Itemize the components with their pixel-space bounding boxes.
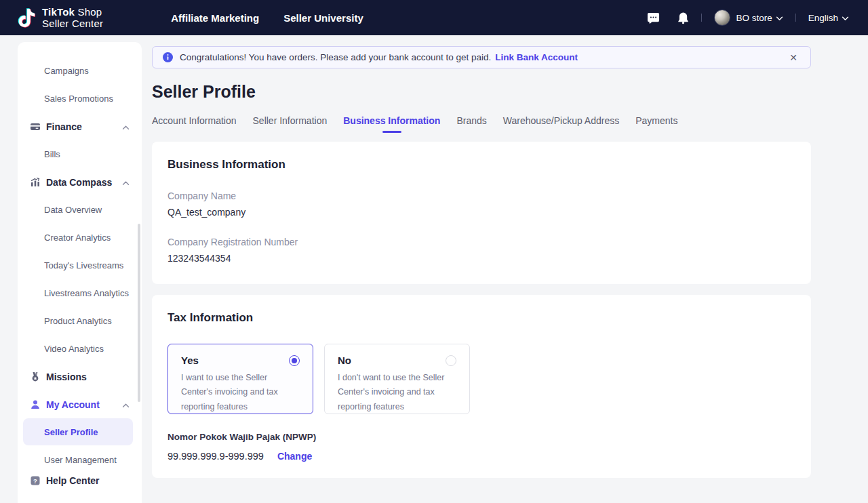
tax-information-card: Tax Information Yes I want to use the Se… [152, 295, 811, 478]
profile-tabs: Account Information Seller Information B… [152, 115, 811, 133]
chat-icon[interactable] [647, 12, 660, 24]
sidebar-item-label: Bills [44, 149, 60, 159]
sidebar-item-data-overview[interactable]: Data Overview [18, 196, 142, 224]
sidebar-item-label: My Account [46, 399, 100, 410]
svg-text:?: ? [33, 477, 37, 484]
topbar-divider [795, 14, 796, 22]
tab-brands[interactable]: Brands [456, 115, 486, 133]
top-navbar: TikTok Shop Seller Center Affiliate Mark… [0, 0, 868, 35]
store-name: BO store [736, 13, 772, 23]
link-bank-account-link[interactable]: Link Bank Account [495, 52, 578, 62]
sidebar-item-label: Seller Profile [44, 427, 98, 437]
sidebar-item-seller-profile[interactable]: Seller Profile [23, 418, 133, 445]
sidebar-item-video-analytics[interactable]: Video Analytics [18, 335, 142, 363]
sidebar-item-label: User Management [44, 455, 117, 465]
chevron-down-icon [842, 12, 849, 24]
bar-chart-icon [30, 177, 41, 188]
business-information-card: Business Information Company Name QA_tes… [152, 142, 811, 284]
company-name-value: QA_test_company [167, 207, 795, 218]
sidebar-item-label: Data Compass [46, 177, 112, 188]
sidebar-item-livestreams-analytics[interactable]: Livestreams Analytics [18, 279, 142, 307]
sidebar-item-todays-livestreams[interactable]: Today's Livestreams [18, 252, 142, 279]
close-icon[interactable]: ✕ [787, 51, 800, 64]
language-selector[interactable]: English [808, 12, 849, 24]
top-nav-links: Affiliate Marketing Seller University [171, 12, 363, 24]
tab-warehouse-pickup-address[interactable]: Warehouse/Pickup Address [503, 115, 619, 133]
tab-account-information[interactable]: Account Information [152, 115, 237, 133]
sidebar-item-campaigns[interactable]: Campaigns [18, 57, 142, 85]
sidebar-item-my-account[interactable]: My Account [18, 390, 142, 418]
info-icon [163, 52, 173, 62]
sidebar-item-label: Sales Promotions [44, 94, 113, 104]
tiktok-logo-icon [18, 8, 36, 28]
sidebar-item-label: Creator Analytics [44, 233, 111, 243]
store-switcher[interactable]: BO store [714, 9, 783, 26]
sidebar-item-bills[interactable]: Bills [18, 140, 142, 168]
topbar-right: BO store English [647, 9, 849, 26]
chevron-up-icon [122, 177, 130, 188]
sidebar-item-label: Missions [46, 371, 87, 382]
card-heading: Tax Information [167, 311, 795, 325]
sidebar-item-product-analytics[interactable]: Product Analytics [18, 307, 142, 335]
chevron-up-icon [122, 399, 130, 410]
banner-text: Congratulations! You have orders. Please… [180, 52, 491, 62]
tax-options: Yes I want to use the Seller Center's in… [167, 344, 795, 414]
question-icon: ? [30, 475, 41, 486]
topbar-divider [701, 14, 702, 22]
tab-payments[interactable]: Payments [635, 115, 677, 133]
option-label: No [338, 355, 351, 366]
page-title: Seller Profile [152, 82, 811, 102]
sidebar-item-label: Video Analytics [44, 344, 104, 354]
sidebar-item-creator-analytics[interactable]: Creator Analytics [18, 224, 142, 252]
sidebar-item-data-compass[interactable]: Data Compass [18, 168, 142, 196]
sidebar-item-help-center[interactable]: ? Help Center [18, 466, 142, 494]
sidebar-item-label: Campaigns [44, 66, 89, 76]
nav-seller-university[interactable]: Seller University [283, 12, 363, 24]
tax-option-no[interactable]: No I don't want to use the Seller Center… [324, 344, 470, 414]
sidebar-item-sales-promotions[interactable]: Sales Promotions [18, 85, 142, 113]
language-label: English [808, 13, 838, 23]
change-link[interactable]: Change [277, 451, 312, 462]
sidebar-item-label: Livestreams Analytics [44, 288, 129, 298]
bell-icon[interactable] [677, 12, 689, 24]
card-heading: Business Information [167, 158, 795, 172]
chevron-up-icon [122, 121, 130, 132]
sidebar-item-label: Help Center [46, 475, 100, 486]
sidebar-item-label: Product Analytics [44, 316, 112, 326]
option-label: Yes [181, 355, 199, 366]
sidebar: Campaigns Sales Promotions Finance Bills… [18, 42, 142, 503]
nav-affiliate-marketing[interactable]: Affiliate Marketing [171, 12, 259, 24]
store-avatar [714, 9, 730, 26]
medal-icon [30, 371, 41, 382]
tax-option-yes[interactable]: Yes I want to use the Seller Center's in… [167, 344, 313, 414]
sidebar-item-missions[interactable]: Missions [18, 363, 142, 390]
tab-business-information[interactable]: Business Information [343, 115, 440, 133]
main-content: Congratulations! You have orders. Please… [152, 42, 811, 478]
sidebar-item-finance[interactable]: Finance [18, 113, 142, 140]
option-description: I want to use the Seller Center's invoic… [181, 371, 300, 414]
option-description: I don't want to use the Seller Center's … [338, 371, 456, 414]
user-icon [30, 399, 41, 410]
company-registration-number-label: Company Registration Number [167, 237, 795, 247]
logo-text: TikTok Shop Seller Center [42, 6, 103, 30]
sidebar-item-label: Today's Livestreams [44, 260, 123, 270]
radio-unselected-icon[interactable] [446, 355, 456, 366]
radio-selected-icon[interactable] [289, 355, 300, 366]
tab-seller-information[interactable]: Seller Information [253, 115, 328, 133]
credit-card-icon [30, 121, 41, 132]
orders-bank-banner: Congratulations! You have orders. Please… [152, 46, 811, 68]
tiktok-shop-logo[interactable]: TikTok Shop Seller Center [18, 6, 103, 30]
company-registration-number-value: 123243544354 [167, 253, 795, 264]
npwp-value: 99.999.999.9-999.999 [167, 451, 264, 462]
sidebar-item-label: Finance [46, 121, 82, 132]
npwp-label: Nomor Pokok Wajib Pajak (NPWP) [167, 432, 795, 442]
company-name-label: Company Name [167, 190, 795, 201]
sidebar-item-label: Data Overview [44, 205, 102, 215]
sidebar-scrollbar[interactable] [138, 224, 140, 402]
chevron-down-icon [776, 12, 783, 24]
